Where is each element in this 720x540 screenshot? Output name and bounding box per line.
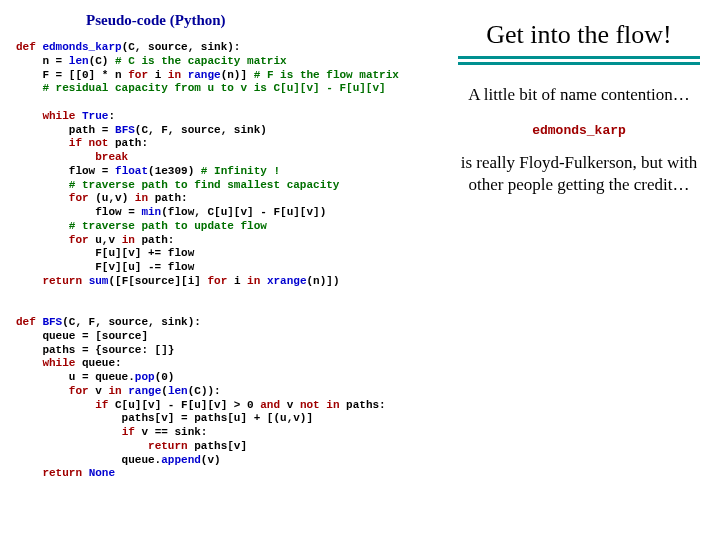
- left-column: Pseudo-code (Python) def edmonds_karp(C,…: [16, 12, 446, 481]
- code-text: [16, 192, 69, 204]
- code-text: [16, 110, 42, 122]
- code-text: path:: [135, 234, 175, 246]
- fn-append: append: [161, 454, 201, 466]
- code-text: [16, 82, 42, 94]
- code-text: v == sink:: [135, 426, 208, 438]
- code-text: :: [108, 110, 115, 122]
- code-text: [16, 151, 95, 163]
- code-text: flow =: [16, 206, 141, 218]
- code-text: [16, 275, 42, 287]
- fn-pop: pop: [135, 371, 155, 383]
- code-text: n =: [16, 55, 69, 67]
- code-text: F = [[0] * n: [16, 69, 128, 81]
- kw-break: break: [95, 151, 128, 163]
- code-text: [16, 467, 42, 479]
- code-text: C[u][v] - F[u][v] > 0: [108, 399, 260, 411]
- kw-and: and: [260, 399, 280, 411]
- code-text: (u,v): [89, 192, 135, 204]
- kw-for: for: [69, 385, 89, 397]
- fn-range: range: [188, 69, 221, 81]
- code-text: u = queue.: [16, 371, 135, 383]
- fn-xrange: xrange: [267, 275, 307, 287]
- fn-len: len: [69, 55, 89, 67]
- code-text: (1e309): [148, 165, 201, 177]
- comment: # traverse path to find smallest capacit…: [69, 179, 340, 191]
- code-text: i: [227, 275, 247, 287]
- pseudo-code-heading: Pseudo-code (Python): [16, 12, 446, 29]
- comment: # F is the flow matrix: [254, 69, 399, 81]
- comment: # residual capacity from u to v is C[u][…: [42, 82, 385, 94]
- code-text: v: [280, 399, 300, 411]
- code-text: path:: [148, 192, 188, 204]
- kw-for: for: [207, 275, 227, 287]
- code-text: u,v: [89, 234, 122, 246]
- kw-return: return: [148, 440, 188, 452]
- code-text: path =: [16, 124, 115, 136]
- code-text: [16, 426, 122, 438]
- slide-title: Get into the flow!: [454, 20, 704, 50]
- fn-sum: sum: [89, 275, 109, 287]
- fn-bfs: BFS: [115, 124, 135, 136]
- code-text: [16, 440, 148, 452]
- kw-in: in: [135, 192, 148, 204]
- code-text: paths[v]: [188, 440, 247, 452]
- right-column: Get into the flow! A little bit of name …: [454, 12, 704, 196]
- kw-in: in: [247, 275, 267, 287]
- code-text: (C, F, source, sink):: [62, 316, 201, 328]
- code-text: paths = {source: []}: [16, 344, 174, 356]
- fn-edmonds: edmonds_karp: [42, 41, 121, 53]
- kw-in: in: [108, 385, 128, 397]
- kw-in: in: [168, 69, 188, 81]
- true-literal: True: [82, 110, 108, 122]
- code-text: v: [89, 385, 109, 397]
- kw-def: def: [16, 41, 42, 53]
- kw-for: for: [128, 69, 148, 81]
- code-text: queue.: [16, 454, 161, 466]
- code-text: [16, 385, 69, 397]
- code-text: ([F[source][i]: [108, 275, 207, 287]
- kw-def: def: [16, 316, 42, 328]
- fn-bfs-def: BFS: [42, 316, 62, 328]
- kw-return: return: [42, 467, 88, 479]
- comment: # Infinity !: [201, 165, 280, 177]
- code-text: [16, 137, 69, 149]
- comment: # traverse path to update flow: [69, 220, 267, 232]
- mono-callout: edmonds_karp: [454, 123, 704, 138]
- code-text: [16, 357, 42, 369]
- code-block: def edmonds_karp(C, source, sink): n = l…: [16, 41, 446, 481]
- fn-min: min: [141, 206, 161, 218]
- title-rule: [458, 56, 700, 65]
- code-text: flow =: [16, 165, 115, 177]
- code-text: paths:: [339, 399, 385, 411]
- code-text: (C, F, source, sink): [135, 124, 267, 136]
- fn-float: float: [115, 165, 148, 177]
- kw-for: for: [69, 192, 89, 204]
- code-text: path:: [108, 137, 148, 149]
- subtitle-1: A little bit of name contention…: [454, 85, 704, 105]
- code-text: (C, source, sink):: [122, 41, 241, 53]
- code-text: (n)]: [221, 69, 254, 81]
- code-text: (C): [89, 55, 115, 67]
- code-text: (flow, C[u][v] - F[u][v]): [161, 206, 326, 218]
- kw-ifnot: if not: [69, 137, 109, 149]
- subtitle-2: is really Floyd-Fulkerson, but with othe…: [454, 152, 704, 196]
- code-text: [16, 179, 69, 191]
- code-text: (C)):: [188, 385, 221, 397]
- code-text: queue:: [75, 357, 121, 369]
- kw-in: in: [122, 234, 135, 246]
- comment: # C is the capacity matrix: [115, 55, 287, 67]
- kw-return: return: [42, 275, 88, 287]
- fn-len: len: [168, 385, 188, 397]
- kw-for: for: [69, 234, 89, 246]
- code-text: (n)]): [307, 275, 340, 287]
- kw-if: if: [95, 399, 108, 411]
- code-text: [16, 220, 69, 232]
- code-text: paths[v] = paths[u] + [(u,v)]: [16, 412, 313, 424]
- code-text: [16, 234, 69, 246]
- kw-while: while: [42, 357, 75, 369]
- kw-while: while: [42, 110, 82, 122]
- kw-if: if: [122, 426, 135, 438]
- kw-notin: not in: [300, 399, 340, 411]
- code-text: (v): [201, 454, 221, 466]
- none-literal: None: [89, 467, 115, 479]
